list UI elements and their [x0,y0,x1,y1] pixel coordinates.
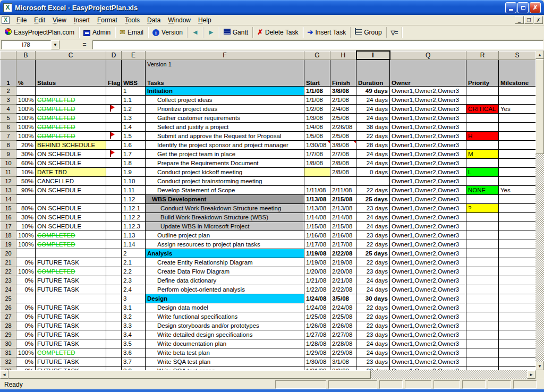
cell-F33[interactable]: Write SQA test cases [146,366,304,370]
cell-B25[interactable] [16,294,36,303]
cell-B31[interactable]: 100% [16,348,36,357]
row-header-19[interactable]: 19 [1,240,16,249]
row-header-5[interactable]: 5 [1,113,16,122]
row-header-20[interactable]: 20 [1,249,16,258]
cell-D25[interactable] [106,294,122,303]
cell-H13[interactable]: 2/11/08 [330,185,356,194]
cell-B23[interactable]: 0% [16,276,36,285]
cell-S1[interactable]: Milestone [499,59,536,86]
cell-S10[interactable] [499,158,536,167]
workbook-icon[interactable]: X [2,16,10,24]
cell-S27[interactable] [499,312,536,321]
row-header-31[interactable]: 31 [1,348,16,357]
cell-Q2[interactable]: Owner1,Owner2,Owner3 [390,86,466,95]
cell-G29[interactable]: 1/27/08 [304,330,330,339]
cell-I5[interactable]: 24 days [356,113,390,122]
cell-F16[interactable]: Build Work Breakdown Structure (WBS) [146,212,304,221]
cell-Q3[interactable]: Owner1,Owner2,Owner3 [390,95,466,104]
cell-D10[interactable] [106,158,122,167]
menu-item-help[interactable]: Help [194,15,215,25]
cell-D12[interactable] [106,176,122,185]
cell-B7[interactable]: 100% [16,131,36,140]
cell-Q21[interactable]: Owner1,Owner2,Owner3 [390,258,466,267]
cell-E8[interactable]: 1.6 [122,140,146,149]
cell-G10[interactable]: 1/8/08 [304,158,330,167]
cell-I15[interactable]: 23 days [356,203,390,212]
cell-E24[interactable]: 2.4 [122,285,146,294]
cell-R27[interactable] [466,312,499,321]
close-button[interactable]: ✗ [530,2,541,13]
cell-R5[interactable] [466,113,499,122]
cell-G28[interactable]: 1/26/08 [304,321,330,330]
cell-R23[interactable] [466,276,499,285]
cell-D15[interactable] [106,203,122,212]
cell-F15[interactable]: Conduct Work Breakdown Structure meeting [146,203,304,212]
toolbar-button-group[interactable]: Group [352,27,385,38]
cell-I25[interactable]: 30 days [356,294,390,303]
cell-H10[interactable]: 2/8/08 [330,158,356,167]
cell-F29[interactable]: Write detailed design specifications [146,330,304,339]
cell-R3[interactable] [466,95,499,104]
cell-E33[interactable]: 3.8 [122,366,146,370]
cell-E16[interactable]: 1.12.2 [122,212,146,221]
cell-G12[interactable] [304,176,330,185]
cell-Q32[interactable]: Owner1,Owner2,Owner3 [390,357,466,366]
cell-I28[interactable]: 22 days [356,321,390,330]
cell-I18[interactable]: 23 days [356,231,390,240]
cell-B30[interactable]: 0% [16,339,36,348]
cell-D19[interactable] [106,240,122,249]
cell-I32[interactable]: 23 days [356,357,390,366]
cell-G1[interactable]: Start [304,59,330,86]
row-header-3[interactable]: 3 [1,95,16,104]
cell-C4[interactable]: COMPLETED [36,104,106,113]
cell-G26[interactable]: 1/24/08 [304,303,330,312]
cell-H3[interactable]: 2/1/08 [330,95,356,104]
cell-R15[interactable]: ? [466,203,499,212]
cell-B16[interactable]: 30% [16,212,36,221]
cell-B4[interactable]: 100% [16,104,36,113]
cell-S15[interactable] [499,203,536,212]
cell-D13[interactable] [106,185,122,194]
cell-G32[interactable]: 1/30/08 [304,357,330,366]
cell-I24[interactable]: 24 days [356,285,390,294]
column-header-S[interactable]: S [499,51,536,59]
cell-D1[interactable]: Flag [106,59,122,86]
cell-H32[interactable]: 3/1/08 [330,357,356,366]
cell-H6[interactable]: 2/26/08 [330,122,356,131]
menu-item-edit[interactable]: Edit [30,15,49,25]
column-header-D[interactable]: D [106,51,122,59]
cell-H28[interactable]: 2/26/08 [330,321,356,330]
column-header-R[interactable]: R [466,51,499,59]
cell-E7[interactable]: 1.5 [122,131,146,140]
cell-H4[interactable]: 2/4/08 [330,104,356,113]
cell-R31[interactable] [466,348,499,357]
cell-I8[interactable]: 28 days [356,140,390,149]
row-header-26[interactable]: 26 [1,303,16,312]
cell-E28[interactable]: 3.3 [122,321,146,330]
cell-C19[interactable]: COMPLETED [36,240,106,249]
cell-D23[interactable] [106,276,122,285]
cell-C31[interactable]: COMPLETED [36,348,106,357]
cell-F12[interactable]: Conduct project brainstorming meeting [146,176,304,185]
horizontal-scrollbar-thumb[interactable] [8,370,371,379]
cell-B21[interactable]: 0% [16,258,36,267]
cell-B24[interactable]: 0% [16,285,36,294]
cell-I13[interactable]: 22 days [356,185,390,194]
cell-R30[interactable] [466,339,499,348]
cell-B2[interactable] [16,86,36,95]
menu-item-tools[interactable]: Tools [121,15,143,25]
cell-G15[interactable]: 1/13/08 [304,203,330,212]
cell-F20[interactable]: Analysis [146,249,304,258]
cell-H12[interactable] [330,176,356,185]
cell-B8[interactable]: 20% [16,140,36,149]
cell-R16[interactable] [466,212,499,221]
cell-H15[interactable]: 2/13/08 [330,203,356,212]
menu-item-file[interactable]: File [13,15,30,25]
cell-R18[interactable] [466,231,499,240]
cell-I3[interactable]: 24 days [356,95,390,104]
cell-G18[interactable]: 1/16/08 [304,231,330,240]
cell-I11[interactable]: 0 days [356,167,390,176]
menu-item-data[interactable]: Data [143,15,164,25]
cell-H14[interactable]: 2/15/08 [330,194,356,203]
cell-G9[interactable]: 1/7/08 [304,149,330,158]
